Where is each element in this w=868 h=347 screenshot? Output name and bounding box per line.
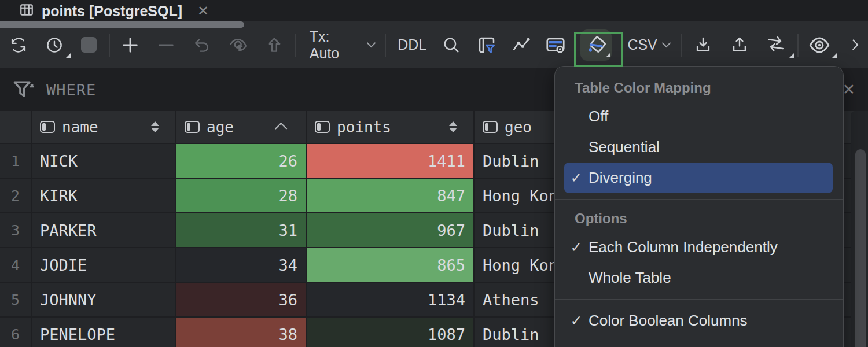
vertical-scrollbar-thumb[interactable]: [855, 149, 866, 347]
menu-item-label: Color Boolean Columns: [589, 312, 748, 330]
age-cell[interactable]: 36: [176, 283, 307, 316]
column-header-name[interactable]: name: [32, 111, 176, 143]
column-label: age: [207, 119, 234, 136]
editor-tab-bar: points [PostgreSQL] ✕: [0, 0, 868, 22]
toolbar-divider: [385, 34, 386, 57]
age-cell[interactable]: 31: [176, 213, 307, 247]
menu-item-label: Each Column Independently: [589, 238, 778, 256]
row-number-cell[interactable]: 1: [0, 144, 32, 178]
chart-icon[interactable]: [504, 29, 539, 61]
checkmark-icon: ✓: [564, 312, 589, 329]
vertical-scrollbar-track[interactable]: [851, 111, 868, 347]
corner-header-cell[interactable]: [0, 111, 32, 143]
menu-divider: [555, 199, 843, 200]
tab-scrollbar-thumb[interactable]: [0, 21, 244, 28]
row-number-cell[interactable]: 5: [0, 283, 32, 316]
row-number-cell[interactable]: 4: [0, 248, 32, 282]
name-cell[interactable]: JOHNNY: [32, 283, 176, 316]
where-label[interactable]: WHERE: [46, 81, 96, 99]
stop-icon[interactable]: [72, 29, 106, 61]
points-cell[interactable]: 1411: [307, 144, 475, 178]
color-mapping-bucket-icon: [580, 29, 612, 61]
toolbar-divider: [797, 34, 799, 57]
menu-item-color-boolean-columns[interactable]: ✓Color Boolean Columns: [564, 305, 833, 336]
tab-points-postgresql[interactable]: points [PostgreSQL] ✕: [0, 0, 215, 22]
ddl-label: DDL: [398, 36, 426, 53]
dropdown-corner: [606, 53, 610, 57]
add-row-icon[interactable]: [112, 29, 149, 61]
column-label: points: [337, 119, 391, 136]
points-cell[interactable]: 865: [307, 248, 475, 282]
column-header-age[interactable]: age: [176, 111, 307, 143]
column-header-points[interactable]: points: [307, 111, 475, 143]
menu-item-sequential[interactable]: Sequential: [564, 132, 833, 163]
data-toolbar: Tx: Auto DDL: [0, 21, 868, 68]
table-grid-icon: [19, 2, 35, 20]
history-icon[interactable]: [37, 29, 72, 61]
dropdown-corner: [832, 53, 837, 58]
tx-mode-label: Tx: Auto: [310, 28, 362, 62]
menu-item-label: Off: [589, 108, 608, 125]
commit-icon[interactable]: [256, 29, 292, 61]
name-cell[interactable]: PENELOPE: [32, 318, 176, 347]
menu-section-header: Table Color Mapping: [555, 75, 843, 101]
export-icon[interactable]: [722, 29, 757, 61]
dropdown-corner: [789, 53, 794, 58]
name-cell[interactable]: JODIE: [32, 248, 176, 282]
search-icon[interactable]: [433, 29, 469, 61]
import-icon[interactable]: [685, 29, 722, 61]
preview-table-icon[interactable]: [539, 29, 572, 61]
ddl-button[interactable]: DDL: [394, 36, 430, 53]
row-number-cell[interactable]: 3: [0, 213, 32, 247]
delete-row-icon[interactable]: [149, 29, 183, 61]
name-cell[interactable]: PARKER: [32, 213, 176, 247]
sort-both-icon[interactable]: [449, 121, 457, 132]
color-mapping-button[interactable]: [572, 29, 621, 61]
where-close-icon[interactable]: ✕: [842, 80, 855, 99]
row-number-cell[interactable]: 6: [0, 318, 32, 347]
menu-divider: [555, 299, 843, 300]
age-cell[interactable]: 28: [176, 179, 307, 212]
name-cell[interactable]: KIRK: [32, 179, 176, 212]
sort-both-icon[interactable]: [151, 121, 159, 132]
filter-table-icon[interactable]: [469, 29, 504, 61]
compare-icon[interactable]: [757, 29, 795, 61]
row-number-cell[interactable]: 2: [0, 179, 32, 212]
menu-item-whole-table[interactable]: Whole Table: [564, 263, 833, 293]
points-cell[interactable]: 1087: [307, 318, 475, 347]
toolbar-divider: [295, 34, 296, 57]
age-cell[interactable]: 34: [176, 248, 307, 282]
csv-label: CSV: [627, 36, 657, 53]
menu-item-each-column-independently[interactable]: ✓Each Column Independently: [564, 232, 833, 263]
menu-items: Table Color MappingOffSequential✓Divergi…: [555, 75, 843, 336]
points-cell[interactable]: 1134: [307, 283, 475, 316]
toolbar-divider: [109, 34, 110, 57]
chevron-right-icon[interactable]: [838, 29, 868, 61]
csv-format-dropdown[interactable]: CSV: [624, 36, 672, 53]
column-icon: [483, 121, 498, 133]
submit-icon[interactable]: [220, 29, 256, 61]
menu-section-header: Options: [555, 205, 843, 232]
age-cell[interactable]: 38: [176, 318, 307, 347]
filter-funnel-icon[interactable]: [10, 77, 36, 102]
column-icon: [185, 121, 200, 133]
toolbar-divider: [681, 34, 682, 57]
points-cell[interactable]: 967: [307, 213, 475, 247]
tx-mode-dropdown[interactable]: Tx: Auto: [306, 28, 378, 62]
eye-icon[interactable]: [801, 29, 838, 61]
menu-item-diverging[interactable]: ✓Diverging: [564, 163, 833, 193]
refresh-icon[interactable]: [0, 29, 37, 61]
tab-close-icon[interactable]: ✕: [197, 3, 209, 19]
tab-title: points [PostgreSQL]: [42, 3, 182, 20]
points-cell[interactable]: 847: [307, 179, 475, 212]
sort-asc-icon[interactable]: [275, 123, 287, 135]
undo-icon[interactable]: [183, 29, 220, 61]
chevron-down-icon: [662, 39, 671, 48]
menu-item-label: Diverging: [589, 169, 652, 187]
menu-item-label: Whole Table: [589, 269, 671, 287]
menu-item-label: Sequential: [589, 138, 660, 156]
menu-item-off[interactable]: Off: [564, 101, 833, 132]
age-cell[interactable]: 26: [176, 144, 307, 178]
name-cell[interactable]: NICK: [32, 144, 176, 178]
checkmark-icon: ✓: [564, 239, 589, 256]
